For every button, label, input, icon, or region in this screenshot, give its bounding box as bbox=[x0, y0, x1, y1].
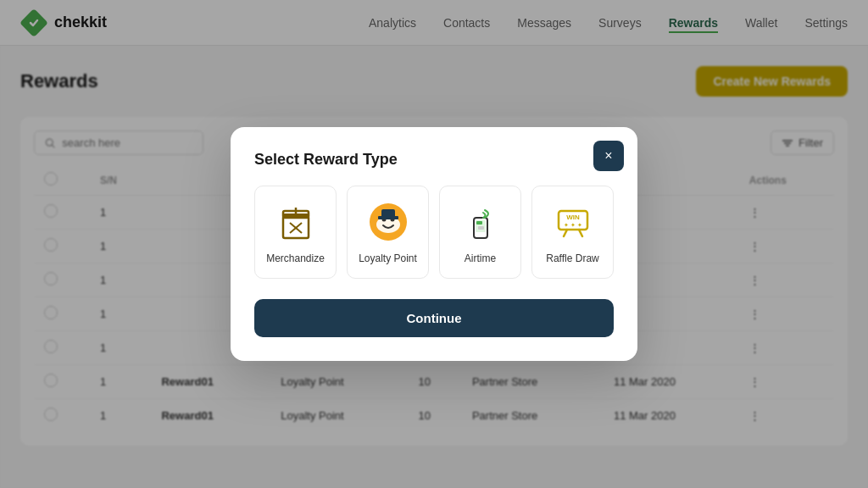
reward-card-loyalty-point[interactable]: Loyalty Point bbox=[347, 186, 429, 279]
loyalty-point-label: Loyalty Point bbox=[359, 252, 417, 264]
airtime-label: Airtime bbox=[465, 252, 496, 264]
modal-overlay[interactable]: × Select Reward Type bbox=[0, 0, 868, 488]
raffle-draw-label: Raffle Draw bbox=[546, 252, 598, 264]
airtime-icon bbox=[459, 200, 503, 244]
merchandize-label: Merchandize bbox=[266, 252, 325, 264]
svg-rect-17 bbox=[378, 216, 398, 219]
select-reward-type-modal: × Select Reward Type bbox=[231, 127, 637, 361]
modal-title: Select Reward Type bbox=[254, 151, 614, 169]
reward-card-raffle-draw[interactable]: WIN ✦ ✦ ✦ Raffle Draw bbox=[531, 186, 614, 279]
reward-card-merchandize[interactable]: Merchandize bbox=[254, 186, 337, 279]
svg-rect-20 bbox=[476, 221, 482, 225]
continue-button[interactable]: Continue bbox=[254, 299, 614, 337]
svg-text:WIN: WIN bbox=[566, 214, 580, 221]
svg-rect-21 bbox=[478, 226, 484, 230]
raffle-draw-icon: WIN ✦ ✦ ✦ bbox=[551, 200, 595, 244]
modal-close-button[interactable]: × bbox=[593, 141, 624, 171]
merchandize-icon bbox=[274, 200, 318, 244]
reward-types-grid: Merchandize bbox=[254, 186, 614, 279]
loyalty-point-icon bbox=[366, 200, 410, 244]
svg-text:✦ ✦ ✦: ✦ ✦ ✦ bbox=[564, 222, 582, 228]
close-icon: × bbox=[604, 148, 612, 164]
reward-card-airtime[interactable]: Airtime bbox=[439, 186, 521, 279]
